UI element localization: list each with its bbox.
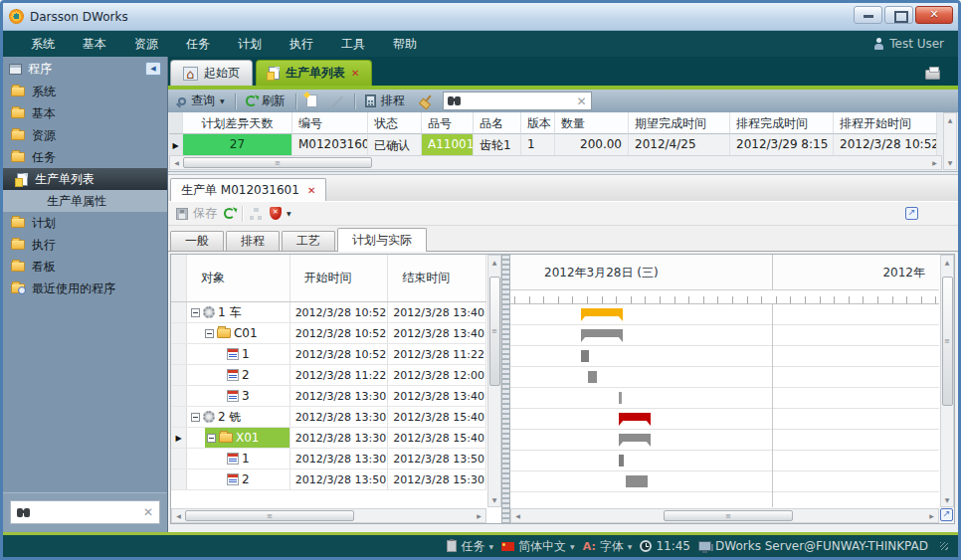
tree-row[interactable]: 1 2012/3/28 13:30 2012/3/28 13:50	[171, 449, 486, 469]
clear-search-icon[interactable]	[143, 505, 153, 519]
sidebar-item-resource[interactable]: 资源	[3, 124, 167, 146]
validate-button[interactable]	[270, 207, 291, 220]
sidebar-item-order-props[interactable]: 生产单属性	[3, 190, 167, 212]
detail-refresh-button[interactable]	[224, 208, 235, 219]
sidebar-item-order-list[interactable]: 生产单列表	[3, 168, 167, 190]
col-sched-start[interactable]: 排程开始时间	[834, 112, 937, 134]
new-button[interactable]	[302, 93, 321, 109]
tree-row-selected[interactable]: X01 2012/3/28 13:30 2012/3/28 15:40	[171, 428, 486, 449]
col-qty[interactable]: 数量	[555, 112, 629, 134]
tab-schedule[interactable]: 排程	[226, 231, 280, 251]
col-status[interactable]: 状态	[368, 112, 422, 134]
maximize-button[interactable]	[884, 6, 913, 24]
col-sched-finish[interactable]: 排程完成时间	[730, 112, 834, 134]
calculator-icon	[365, 94, 376, 107]
detail-doc-tab[interactable]: 生产单 M012031601	[170, 178, 326, 201]
routing-button[interactable]	[250, 208, 263, 220]
tree-row[interactable]: 2 2012/3/28 13:50 2012/3/28 15:30	[171, 469, 486, 490]
tab-plan-vs-actual[interactable]: 计划与实际	[337, 228, 427, 252]
menu-execute[interactable]: 执行	[276, 32, 327, 57]
gantt-bar[interactable]	[588, 371, 597, 383]
col-expected-finish[interactable]: 期望完成时间	[629, 112, 730, 134]
tab-start-page[interactable]: 起始页	[170, 60, 253, 86]
sidebar-collapse-button[interactable]	[145, 62, 161, 76]
col-item-name[interactable]: 品名	[474, 112, 521, 134]
sidebar-item-task[interactable]: 任务	[3, 146, 167, 168]
popout-icon[interactable]	[940, 508, 953, 521]
col-object[interactable]: 对象	[187, 255, 290, 301]
status-task-selector[interactable]: 任务	[447, 538, 493, 555]
col-start-time[interactable]: 开始时间	[290, 255, 389, 301]
col-version[interactable]: 版本	[521, 112, 555, 134]
col-plan-diff-days[interactable]: 计划差异天数	[183, 112, 292, 134]
gantt-bar[interactable]	[619, 455, 624, 467]
status-font-selector[interactable]: 字体	[583, 538, 633, 555]
menu-system[interactable]: 系统	[17, 32, 69, 57]
tree-vertical-scrollbar[interactable]	[487, 255, 501, 507]
toolbar-search-box[interactable]	[443, 92, 592, 110]
grid-vertical-scrollbar[interactable]	[943, 112, 957, 170]
close-tab-icon[interactable]	[351, 68, 359, 79]
sidebar-item-board[interactable]: 看板	[3, 256, 167, 278]
query-button[interactable]: 查询	[174, 91, 229, 111]
menu-basic[interactable]: 基本	[69, 32, 120, 57]
current-user[interactable]: Test User	[873, 37, 944, 51]
status-language-selector[interactable]: 简体中文	[501, 538, 575, 555]
sidebar-search-box[interactable]	[10, 500, 160, 524]
tree-row[interactable]: 2 铣 2012/3/28 13:30 2012/3/28 15:40	[171, 407, 486, 428]
sidebar-item-execute[interactable]: 执行	[3, 234, 167, 256]
grid-data-row[interactable]: 27 M012031601 已确认 A11001 齿轮1 1 200.00 20…	[169, 134, 937, 156]
gantt-vertical-scrollbar[interactable]	[940, 255, 954, 507]
tab-order-list[interactable]: 生产单列表	[256, 60, 372, 86]
collapse-node-icon[interactable]	[191, 308, 200, 317]
tree-row[interactable]: 2 2012/3/28 11:22 2012/3/28 12:00	[171, 365, 486, 386]
tab-process[interactable]: 工艺	[282, 231, 335, 251]
collapse-node-icon[interactable]	[207, 434, 216, 443]
gantt-bar[interactable]	[619, 434, 651, 442]
collapse-node-icon[interactable]	[205, 329, 214, 338]
schedule-button[interactable]: 排程	[361, 91, 409, 111]
tab-general[interactable]: 一般	[170, 231, 224, 251]
col-code[interactable]: 编号	[292, 112, 368, 134]
menu-help[interactable]: 帮助	[379, 32, 431, 57]
tree-row[interactable]: 3 2012/3/28 13:30 2012/3/28 13:40	[171, 386, 486, 407]
printer-icon[interactable]	[925, 70, 940, 80]
save-button[interactable]: 保存	[176, 205, 217, 222]
gantt-day-label: 2012年3月28日 (三)	[544, 265, 659, 281]
menu-plan[interactable]: 计划	[224, 32, 276, 57]
gantt-bar[interactable]	[581, 329, 623, 337]
tree-row[interactable]: 1 车 2012/3/28 10:52 2012/3/28 13:40	[171, 302, 486, 323]
sidebar-item-basic[interactable]: 基本	[3, 102, 167, 124]
menu-task[interactable]: 任务	[172, 32, 224, 57]
refresh-button[interactable]: 刷新	[242, 91, 289, 111]
col-item-no[interactable]: 品号	[422, 112, 474, 134]
gantt-bar[interactable]	[619, 392, 622, 404]
minimize-button[interactable]	[854, 6, 882, 24]
gantt-bar[interactable]	[619, 413, 651, 421]
resize-grip[interactable]	[940, 542, 948, 550]
tree-row[interactable]: 1 2012/3/28 10:52 2012/3/28 11:22	[171, 344, 486, 365]
splitter[interactable]	[502, 254, 509, 524]
gantt-bar[interactable]	[626, 475, 648, 487]
close-detail-tab-icon[interactable]	[307, 185, 315, 196]
tree-row[interactable]: C01 2012/3/28 10:52 2012/3/28 13:40	[171, 323, 486, 344]
sidebar-item-recent[interactable]: 最近使用的程序	[3, 278, 167, 299]
menu-resource[interactable]: 资源	[120, 32, 172, 57]
popout-icon[interactable]	[905, 207, 918, 220]
detail-doc-tab-label: 生产单 M012031601	[181, 182, 299, 199]
clean-button[interactable]	[415, 93, 437, 110]
grid-horizontal-scrollbar[interactable]	[169, 155, 942, 170]
edit-button[interactable]	[327, 93, 348, 109]
sidebar-item-plan[interactable]: 计划	[3, 212, 167, 234]
clear-search-icon[interactable]	[577, 94, 587, 108]
gantt-bar[interactable]	[581, 350, 589, 362]
gantt-bar[interactable]	[581, 308, 623, 316]
col-end-time[interactable]: 结束时间	[388, 255, 486, 301]
close-button[interactable]	[915, 6, 953, 24]
status-server: DWorks Server@FUNWAY-THINKPAD	[698, 539, 928, 553]
sidebar-item-system[interactable]: 系统	[3, 81, 167, 102]
menu-tools[interactable]: 工具	[327, 32, 379, 57]
tree-horizontal-scrollbar[interactable]	[171, 508, 486, 523]
collapse-node-icon[interactable]	[191, 413, 200, 422]
gantt-horizontal-scrollbar[interactable]	[510, 508, 939, 523]
